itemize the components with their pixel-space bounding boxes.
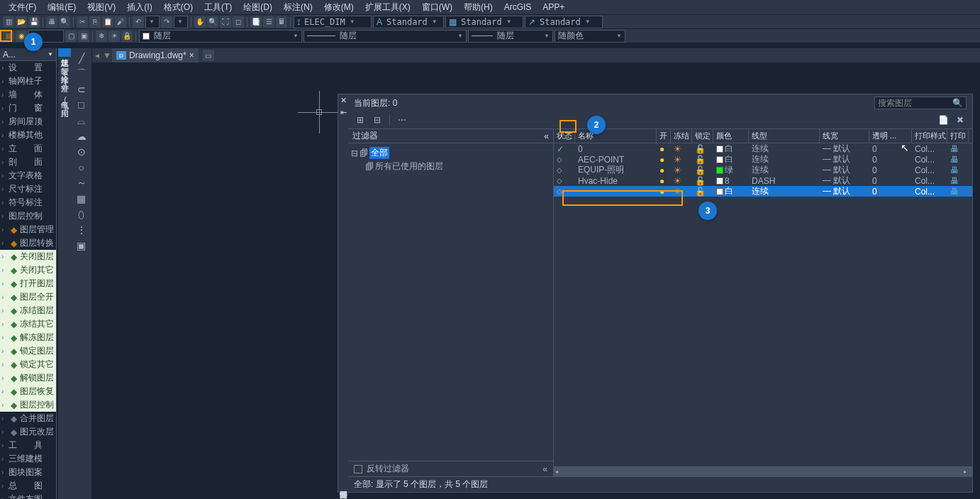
column-header[interactable]: 线宽 [820, 129, 869, 143]
pin-icon[interactable]: ⇤ [339, 106, 348, 119]
menu-标注n[interactable]: 标注(N) [278, 0, 318, 15]
column-header[interactable]: 打印 [947, 129, 969, 143]
tree-item[interactable]: ›工 具 [0, 439, 56, 452]
side-tab-3[interactable]: 电气(民用) [58, 91, 72, 116]
redo-dropdown[interactable]: ▼ [174, 16, 188, 28]
unfreeze-icon[interactable]: ☀ [108, 31, 120, 42]
textstyle-dropdown[interactable]: A Standard ▼ [373, 16, 444, 28]
new-icon[interactable]: ▥ [3, 16, 14, 28]
chevron-down-icon[interactable]: ▼ [48, 51, 53, 57]
zoom-extents-icon[interactable]: ⛶ [220, 16, 231, 28]
draw-tool-icon[interactable]: ⬯ [73, 207, 90, 221]
color-dropdown[interactable]: 随层 ▼ [139, 30, 302, 43]
tree-item[interactable]: ›剖 面 [0, 155, 56, 169]
column-header[interactable]: 打印样式 [912, 129, 947, 143]
collapse-icon-2[interactable]: « [542, 464, 547, 474]
menu-arcgis[interactable]: ArcGIS [499, 1, 538, 13]
draw-tool-icon[interactable]: ⌓ [73, 114, 90, 128]
close-icon[interactable]: ✕ [339, 94, 348, 106]
lock-icon[interactable]: 🔒 [121, 31, 133, 42]
tree-item[interactable]: ›◆冻结图层 [0, 304, 56, 317]
column-header[interactable]: 开 [657, 129, 671, 143]
draw-tool-icon[interactable]: ⌒ [73, 67, 90, 81]
tablestyle-dropdown[interactable]: ▦ Standard ▼ [445, 16, 523, 28]
layer-row[interactable]: ◇EQUIP-照明●☀🔓 绿连续— 默认0Col...🖶 [554, 165, 972, 175]
menu-修改m[interactable]: 修改(M) [318, 0, 360, 15]
scroll-right-icon[interactable]: ▸ [964, 468, 971, 475]
tab-prev-icon[interactable]: ◂ [92, 49, 102, 62]
menu-视图v[interactable]: 视图(V) [82, 0, 121, 15]
layer-row[interactable]: ◇AEC-POINT●☀🔓 白连续— 默认0Col...🖶 [554, 154, 972, 165]
tree-item[interactable]: ›设 置 [0, 61, 56, 75]
column-header[interactable]: 线型 [749, 129, 820, 143]
tree-item[interactable]: ›◆合并图层 [0, 412, 56, 425]
tree-item[interactable]: ›◆图层全开 [0, 290, 56, 304]
tree-item[interactable]: ›◆解冻图层 [0, 331, 56, 344]
layer-row[interactable]: ◇Hvac-Hide●☀🔓 8DASH— 默认0Col...🖶 [554, 175, 972, 186]
save-icon[interactable]: 💾 [28, 16, 40, 28]
draw-tool-icon[interactable]: ○ [73, 160, 90, 175]
palette-handle[interactable]: ✕ ⇤ 图层特性管理器 [338, 94, 348, 492]
calc-icon[interactable]: 🖩 [276, 16, 287, 28]
draw-tool-icon[interactable]: ╱ [73, 51, 90, 65]
new-group-icon[interactable]: ⊟ [371, 114, 384, 126]
menu-格式o[interactable]: 格式(O) [158, 0, 199, 15]
tree-item[interactable]: ›◆锁定其它 [0, 358, 56, 371]
draw-tool-icon[interactable]: ⊂ [73, 82, 90, 97]
tree-item[interactable]: ›◆图层管理 [0, 223, 56, 236]
close-icon[interactable]: × [189, 50, 194, 60]
tree-item[interactable]: ›◆打开图层 [0, 277, 56, 290]
menu-窗口w[interactable]: 窗口(W) [416, 0, 458, 15]
side-tab-1[interactable]: 暖智 [58, 57, 72, 65]
paste-icon[interactable]: 📋 [102, 16, 113, 28]
column-header[interactable]: 冻结 [671, 129, 692, 143]
tree-item[interactable]: ›图块图案 [0, 466, 56, 479]
tree-item[interactable]: ›门 窗 [0, 102, 56, 115]
layer-states-icon[interactable]: ⋯ [396, 114, 408, 126]
tree-item[interactable]: ›文件布图 [0, 493, 56, 499]
new-layer-icon[interactable]: ⊞ [354, 114, 367, 126]
tree-item[interactable]: ›图层控制 [0, 209, 56, 223]
mleaderstyle-dropdown[interactable]: ↗ Standard ▼ [525, 16, 603, 28]
column-header[interactable]: 名称 [575, 129, 657, 143]
new-layer-btn[interactable]: 📄 [937, 114, 950, 126]
freeze-icon[interactable]: ❄ [96, 31, 107, 42]
layeriso-icon[interactable]: ▢ [65, 31, 77, 42]
tree-item[interactable]: ›墙 体 [0, 88, 56, 102]
undo-icon[interactable]: ↶ [133, 16, 144, 28]
tree-item[interactable]: ›◆图层控制 [0, 398, 56, 412]
menu-绘图d[interactable]: 绘图(D) [238, 0, 278, 15]
new-tab-icon[interactable]: ▭ [203, 50, 214, 61]
menu-app+[interactable]: APP+ [537, 1, 570, 13]
menu-工具t[interactable]: 工具(T) [199, 0, 238, 15]
tree-item[interactable]: ›总 图 [0, 479, 56, 493]
menu-帮助h[interactable]: 帮助(H) [458, 0, 499, 15]
draw-tool-icon[interactable]: ☁ [73, 129, 90, 143]
tree-item[interactable]: ›轴网柱子 [0, 75, 56, 88]
document-tab[interactable]: D Drawing1.dwg* × [112, 48, 199, 62]
plot-icon[interactable]: 🖶 [46, 16, 57, 28]
menu-文件f[interactable]: 文件(F) [3, 0, 42, 15]
tree-item[interactable]: ›◆图层转换 [0, 236, 56, 250]
redo-icon[interactable]: ↷ [161, 16, 172, 28]
draw-tool-icon[interactable]: ▦ [73, 192, 90, 206]
preview-icon[interactable]: 🔍 [59, 16, 70, 28]
tree-item[interactable]: ›房间屋顶 [0, 115, 56, 128]
plotcolor-dropdown[interactable]: 随颜色 ▼ [555, 30, 625, 43]
menu-编辑e[interactable]: 编辑(E) [42, 0, 82, 15]
tree-item[interactable]: ›立 面 [0, 142, 56, 155]
layer-state-icon[interactable]: 📑 [250, 16, 262, 28]
open-icon[interactable]: 📂 [16, 16, 27, 28]
side-tab-2[interactable]: 给排水(室外) [58, 65, 72, 91]
undo-dropdown[interactable]: ▼ [145, 16, 160, 28]
pan-icon[interactable]: ✋ [194, 16, 206, 28]
draw-tool-icon[interactable]: □ [73, 98, 90, 112]
tab-dropdown-icon[interactable]: ▼ [102, 49, 112, 62]
tree-item[interactable]: ›◆解锁图层 [0, 371, 56, 385]
draw-tool-icon[interactable]: ～ [73, 176, 90, 190]
checkbox-icon[interactable] [354, 465, 362, 473]
column-header[interactable]: 透明 ... [869, 129, 912, 143]
search-input[interactable]: 搜索图层 🔍 [874, 97, 967, 109]
filter-node-used[interactable]: 🗐 所有已使用的图层 [351, 160, 550, 173]
layeroff-icon[interactable]: ▣ [78, 31, 89, 42]
